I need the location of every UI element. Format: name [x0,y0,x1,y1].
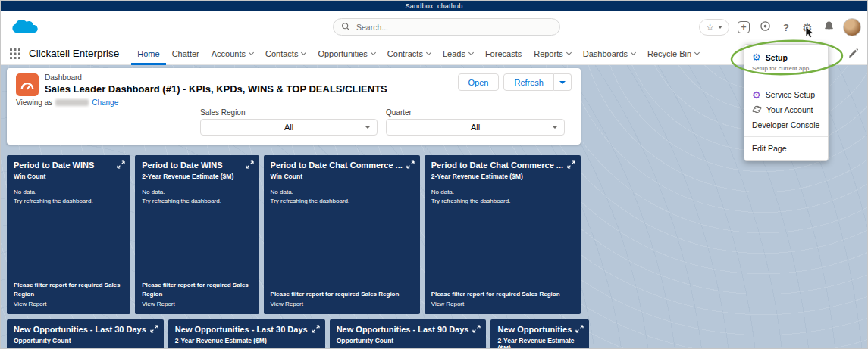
tile-no-data-text: No data. [142,188,252,197]
menu-item-service-setup[interactable]: ⚙ Service Setup [744,88,828,102]
filter-label-quarter: Quarter [386,108,565,117]
tab-forecasts[interactable]: Forecasts [479,42,528,65]
favorites-button[interactable]: ☆ [699,19,729,36]
tile-new-opps-90d-count: New Opportunities - Last 90 Days Opportu… [330,319,487,348]
tab-contracts[interactable]: Contracts [381,42,437,65]
tab-chatter[interactable]: Chatter [166,42,205,65]
global-actions-button[interactable]: + [737,20,750,34]
menu-item-label: Service Setup [766,90,815,99]
tile-subtitle: Win Count [14,173,124,180]
tab-reports[interactable]: Reports [528,42,577,65]
dashboard-header-card: Dashboard Sales Leader Dashboard (#1) - … [7,68,581,145]
expand-icon[interactable] [575,325,584,333]
tile-refresh-hint: Try refreshing the dashboard. [142,197,252,206]
your-account-orbit-icon [752,104,762,116]
tiles-row-2: New Opportunities - Last 30 Days Opportu… [7,319,581,348]
filter-value: All [471,123,480,132]
chevron-down-icon [566,49,572,55]
tiles-row-1: Period to Date WINS Win Count No data. T… [7,155,581,314]
change-viewer-link[interactable]: Change [92,98,118,107]
expand-icon[interactable] [312,325,320,333]
sandbox-bar: Sandbox: chathub [1,1,867,11]
menu-item-setup[interactable]: ⚙ Setup [744,50,828,64]
tile-title: New Opportunities - Last 90 Days [337,325,480,335]
setup-gear-button[interactable]: ⚙ [801,20,814,34]
notifications-button[interactable] [822,20,835,34]
tab-recycle-bin[interactable]: Recycle Bin [641,42,705,65]
plus-icon: + [738,21,750,33]
tile-subtitle: 2-Year Revenue Estimate ($M) [175,337,318,344]
view-report-link[interactable]: View Report [14,300,124,309]
app-name: Clickatell Enterprise [29,48,119,59]
guidance-center-button[interactable] [758,20,772,34]
chevron-down-icon [631,49,636,55]
view-report-link[interactable]: View Report [431,300,574,309]
chevron-down-icon [426,49,431,55]
tab-label: Forecasts [485,49,522,58]
chevron-down-icon [301,49,306,55]
expand-icon[interactable] [472,325,481,333]
setup-gear-icon: ⚙ [752,52,761,62]
global-search[interactable] [333,18,560,36]
tab-contacts[interactable]: Contacts [259,42,312,65]
expand-icon[interactable] [406,160,415,169]
open-button[interactable]: Open [458,73,500,91]
salesforce-app-window: Sandbox: chathub ☆ + [0,0,868,349]
tile-no-data-text: No data. [271,188,413,197]
menu-item-edit-page[interactable]: Edit Page [744,142,828,155]
sales-region-select[interactable]: All [200,119,378,136]
expand-icon[interactable] [246,160,254,169]
tile-subtitle: 2-Year Revenue Estimate ($M) [431,173,574,180]
tile-refresh-hint: Try refreshing the dashboard. [431,197,574,206]
tab-accounts[interactable]: Accounts [205,42,259,65]
dashboard-entity-icon [16,73,39,96]
tile-title: New Opportunities [497,325,582,335]
star-icon: ☆ [706,23,714,32]
tile-subtitle: 2-Year Revenue Estimate ($M) [142,173,252,180]
tile-subtitle: Opportunity Count [337,337,480,344]
header-utility-icons: ☆ + ? ⚙ [699,18,861,36]
bell-icon [823,20,835,35]
entity-label: Dashboard [45,73,387,83]
tab-opportunities[interactable]: Opportunities [312,42,381,65]
tile-period-wins-revenue: Period to Date WINS 2-Year Revenue Estim… [135,155,259,314]
expand-icon[interactable] [150,325,158,333]
expand-icon[interactable] [117,160,125,169]
tile-title: Period to Date WINS [14,160,124,171]
tile-subtitle: 2-Year Revenue Estimate ($M) [497,337,582,348]
menu-item-your-account[interactable]: Your Account [744,102,828,118]
edit-page-pencil-icon[interactable] [848,48,858,59]
view-report-link[interactable]: View Report [271,300,413,309]
avatar[interactable] [843,18,861,36]
tab-label: Contracts [387,49,423,58]
tile-period-wins-count: Period to Date WINS Win Count No data. T… [7,155,130,314]
dashboard-title: Sales Leader Dashboard (#1) - KPIs, KPDs… [45,83,387,95]
tab-label: Contacts [265,49,298,58]
dashboard-filters: Sales Region All Quarter All [16,108,572,137]
app-launcher-icon[interactable] [10,48,20,59]
tab-label: Opportunities [318,49,367,58]
tab-label: Dashboards [583,49,628,58]
tile-title: Period to Date WINS [142,160,252,171]
tile-refresh-hint: Try refreshing the dashboard. [271,197,413,206]
refresh-button[interactable]: Refresh [503,73,554,91]
salesforce-logo [11,17,39,39]
tile-chat-commerce-count: Period to Date Chat Commerce ... Win Cou… [264,155,420,314]
tab-label: Leads [443,49,465,58]
menu-item-developer-console[interactable]: Developer Console [744,118,828,132]
help-button[interactable]: ? [779,20,793,34]
tile-refresh-hint: Try refreshing the dashboard. [14,197,124,206]
quarter-select[interactable]: All [386,119,565,136]
menu-item-label: Developer Console [752,120,819,129]
app-nav-bar: Clickatell Enterprise Home Chatter Accou… [1,42,867,65]
expand-icon[interactable] [567,160,575,169]
tab-dashboards[interactable]: Dashboards [577,42,641,65]
search-input[interactable] [355,22,552,33]
chevron-down-icon [365,126,371,129]
chevron-down-icon [694,49,700,55]
tab-home[interactable]: Home [131,42,165,65]
more-actions-button[interactable] [554,73,572,91]
tab-leads[interactable]: Leads [437,42,479,65]
global-header: ☆ + ? ⚙ [1,11,867,42]
view-report-link[interactable]: View Report [142,300,252,309]
